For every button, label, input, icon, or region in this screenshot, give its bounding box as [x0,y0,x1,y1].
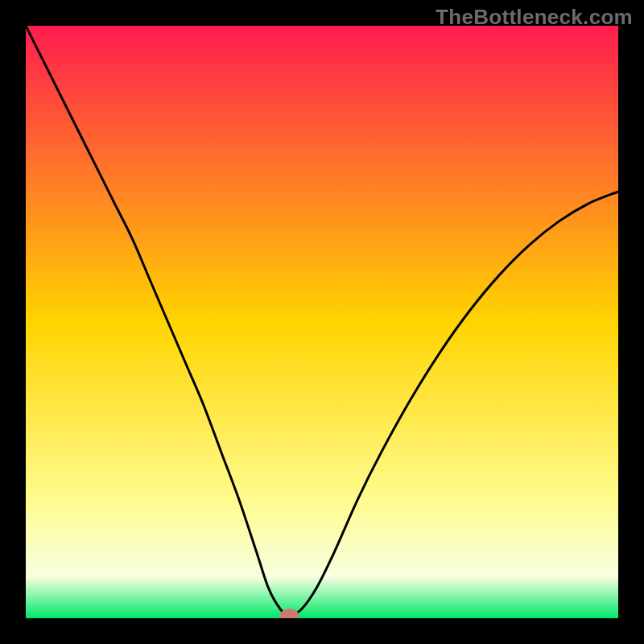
chart-background [26,26,618,618]
chart-frame: TheBottleneck.com [0,0,644,644]
bottleneck-chart [26,26,618,618]
